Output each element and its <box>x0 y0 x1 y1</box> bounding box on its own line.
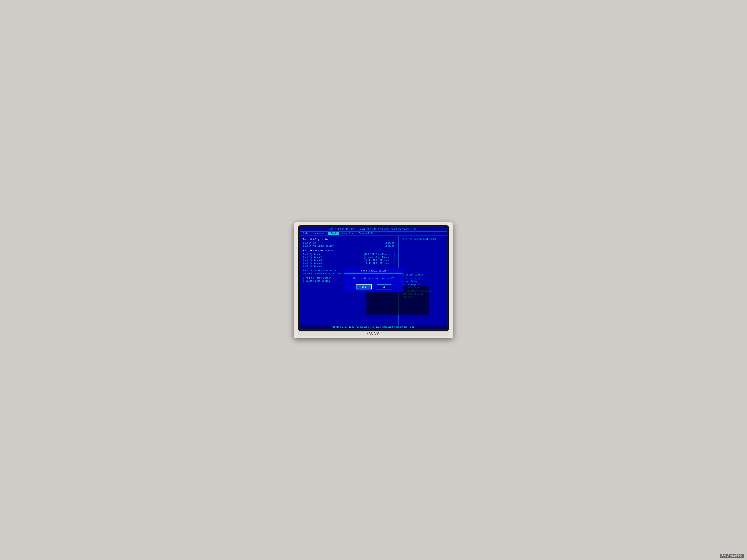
bios-body: Boot Configuration Launch CSM [Enabled] … <box>300 236 447 325</box>
key-select-screen: →: Select Screen <box>402 274 444 276</box>
title-bar-text: Aptio Setup Utility – Copyright (C) 2016… <box>329 228 417 231</box>
row-hdd-bbs[interactable]: Hard Drive BBS Priorities <box>303 269 395 272</box>
asus-logo: /ISUS <box>367 331 380 336</box>
bios-footer: Version 2.17.1249. Copyright (C) 2016 Am… <box>300 325 447 329</box>
menu-tabs: Main Advanced Boot Security Save & Exit <box>300 232 447 236</box>
key-enter-select: Enter: Select <box>402 280 444 283</box>
dialog-shadow <box>366 286 429 315</box>
tab-boot[interactable]: Boot <box>328 232 339 235</box>
add-new-boot-option[interactable]: Add New Boot Option <box>303 277 395 279</box>
footer-text: Version 2.17.1249. Copyright (C) 2016 Am… <box>331 326 416 328</box>
title-bar: Aptio Setup Utility – Copyright (C) 2016… <box>300 227 447 232</box>
bios-screen: Aptio Setup Utility – Copyright (C) 2016… <box>300 227 447 329</box>
row-boot-option-2[interactable]: Boot Option #2 [Windows Boot Manage...] <box>303 256 395 259</box>
tab-main[interactable]: Main <box>300 232 311 235</box>
row-boot-option-5[interactable]: Boot Option #5 <box>303 265 395 268</box>
delete-boot-option[interactable]: Delete Boot Option <box>303 280 395 283</box>
watermark: 头条 @电脑通专家 <box>720 554 744 558</box>
section-boot-priorities: Boot Option Priorities <box>303 249 395 252</box>
row-network-bbs[interactable]: Network Device BBS Priorities <box>303 272 395 275</box>
laptop-base: /ISUS <box>298 331 449 336</box>
laptop-outer: Aptio Setup Utility – Copyright (C) 2016… <box>294 222 453 338</box>
key-change-opt: +/-: Change Opt. <box>402 283 444 286</box>
right-description: Sets the system boot order <box>402 238 444 241</box>
key-select-item: ↓: Select Item <box>402 277 444 279</box>
row-launch-csm[interactable]: Launch CSM [Enabled] <box>303 242 395 244</box>
section-boot-config: Boot Configuration <box>303 238 395 241</box>
row-launch-pxe[interactable]: Launch PXE OpROM policy [Enabled] <box>303 245 395 247</box>
row-boot-option-1[interactable]: Boot Option #1 [TOSHIBA TransMemory...] <box>303 253 395 256</box>
row-boot-option-3[interactable]: Boot Option #3 [UEFI: TOSHIBA Trans...] <box>303 259 395 262</box>
screen-bezel: Aptio Setup Utility – Copyright (C) 2016… <box>298 225 449 331</box>
tab-security[interactable]: Security <box>339 232 356 235</box>
tab-advanced[interactable]: Advanced <box>311 232 328 235</box>
tab-save-exit[interactable]: Save & Exit <box>356 232 377 235</box>
row-boot-option-4[interactable]: Boot Option #4 [UEFI: TOSHIBA Trans...] <box>303 262 395 265</box>
